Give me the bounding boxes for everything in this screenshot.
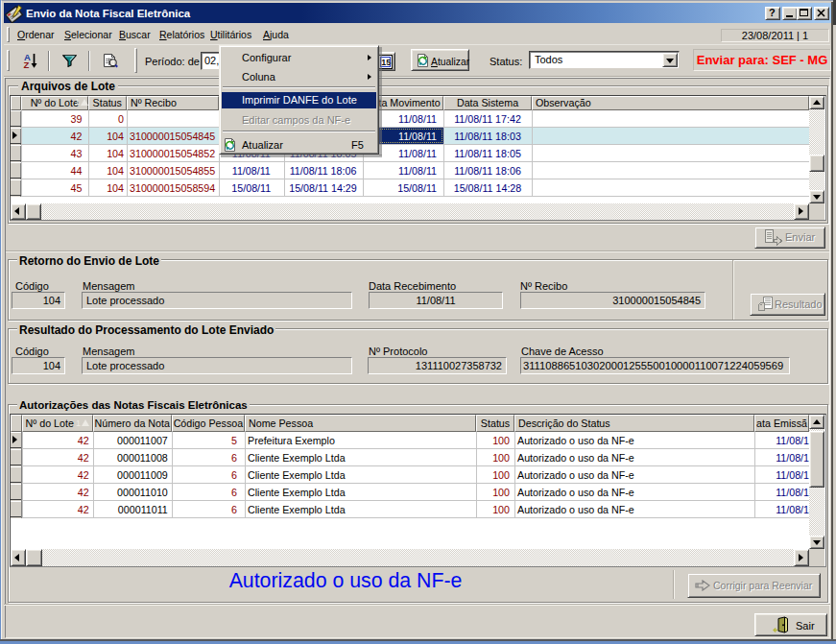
svg-text:Z: Z [24,60,30,68]
svg-text:15: 15 [381,58,391,67]
